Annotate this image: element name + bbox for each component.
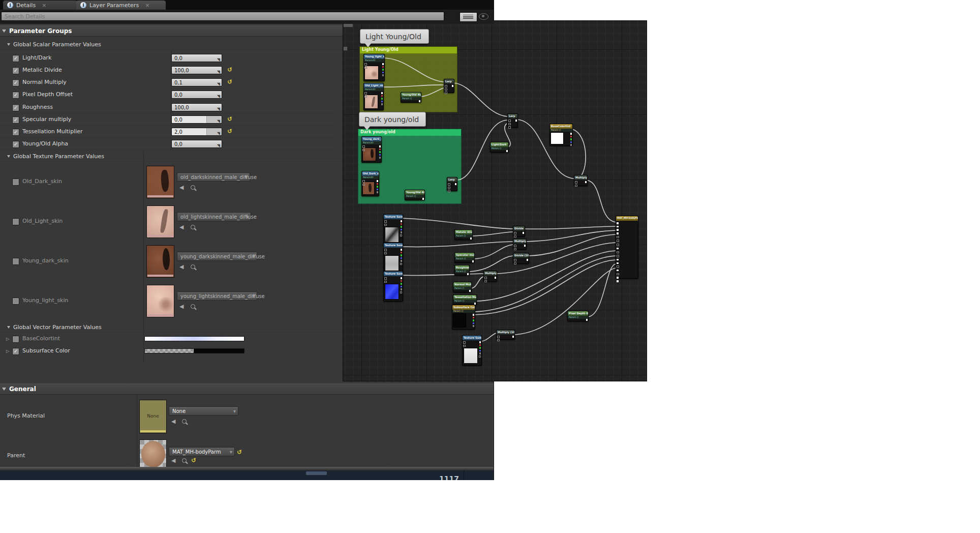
node-texture-sample[interactable]: Texture Sample — [383, 243, 403, 273]
output-pin-r[interactable] — [381, 95, 383, 97]
output-pin[interactable] — [400, 291, 403, 294]
input-pin[interactable] — [617, 244, 619, 246]
view-options-eye-icon[interactable] — [479, 13, 488, 20]
spinner-icon[interactable]: ◥ — [217, 56, 220, 64]
input-pin[interactable] — [617, 273, 619, 276]
spinner-icon[interactable]: ◥ — [217, 93, 220, 100]
input-pin-connected[interactable] — [617, 270, 619, 272]
output-pin-r[interactable] — [401, 252, 403, 254]
input-pin[interactable] — [508, 120, 511, 122]
value-field[interactable]: 2,0◥ — [171, 128, 222, 136]
output-pin-a[interactable] — [401, 231, 403, 233]
comment-title[interactable]: Light Young/Old — [360, 47, 457, 53]
output-pin-g[interactable] — [401, 226, 403, 228]
value-field[interactable]: 100,0◥ — [171, 103, 222, 111]
output-pin-a[interactable] — [377, 191, 379, 193]
input-pin[interactable] — [514, 232, 516, 234]
checkbox-checked[interactable]: ✓ — [12, 104, 19, 111]
input-pin[interactable] — [445, 88, 447, 91]
node-base-color-tint[interactable]: BaseColortint Param () — [549, 124, 573, 146]
input-pin[interactable] — [364, 92, 367, 95]
checkbox-unchecked[interactable] — [12, 179, 19, 186]
output-pin[interactable] — [527, 259, 529, 261]
output-pin-a[interactable] — [381, 103, 383, 105]
checkbox-checked[interactable]: ✓ — [12, 141, 19, 148]
input-pin[interactable] — [362, 145, 365, 148]
input-pin[interactable] — [508, 123, 511, 126]
assign-arrow-icon[interactable]: ◀ — [179, 184, 183, 191]
output-pin[interactable] — [401, 277, 403, 279]
output-pin[interactable] — [479, 356, 481, 358]
node-young-light-skin[interactable]: Young_light_skin Param2D — [363, 54, 385, 81]
value-field[interactable]: 0,0◥ — [171, 140, 222, 148]
output-pin-g[interactable] — [401, 283, 403, 285]
search-input[interactable] — [1, 12, 444, 21]
input-pin[interactable] — [463, 341, 466, 344]
output-pin-a[interactable] — [479, 352, 481, 354]
browse-magnifier-icon[interactable] — [182, 458, 187, 463]
input-pin[interactable] — [448, 183, 450, 186]
node-old-dark-skin[interactable]: Old_Dark_skin Param2D — [361, 171, 379, 196]
output-pin-b[interactable] — [382, 72, 384, 74]
spinner-icon[interactable]: ◥ — [217, 80, 220, 88]
output-pin[interactable] — [585, 181, 587, 183]
output-pin-g[interactable] — [377, 186, 379, 188]
horizontal-scrollbar[interactable]: 1117 — [0, 470, 494, 480]
input-pin[interactable] — [617, 265, 619, 268]
input-pin[interactable] — [445, 92, 447, 94]
texture-thumbnail[interactable] — [146, 285, 174, 317]
texture-asset-dropdown[interactable]: young_lightskinned_male_diffuse▾ — [177, 291, 257, 301]
output-pin-r[interactable] — [382, 66, 384, 68]
checkbox-checked[interactable]: ✓ — [12, 348, 19, 355]
input-pin-connected[interactable] — [617, 229, 619, 231]
texture-thumbnail[interactable] — [146, 245, 174, 278]
input-pin[interactable] — [445, 85, 447, 87]
input-pin[interactable] — [484, 277, 487, 279]
output-pin-g[interactable] — [479, 347, 481, 349]
output-pin-g[interactable] — [401, 254, 403, 256]
output-pin[interactable] — [515, 120, 517, 122]
input-pin-connected[interactable] — [617, 280, 619, 282]
input-pin[interactable] — [463, 345, 466, 347]
input-pin-connected[interactable] — [617, 222, 619, 224]
assign-arrow-icon[interactable]: ◀ — [171, 457, 175, 464]
output-pin[interactable] — [455, 183, 457, 185]
node-normal-multiply[interactable]: Normal Multiply Param () — [453, 282, 472, 292]
output-pin[interactable] — [523, 232, 525, 234]
input-pin[interactable] — [514, 262, 516, 265]
browse-magnifier-icon[interactable] — [191, 264, 195, 269]
input-pin[interactable] — [575, 185, 577, 187]
tab-details[interactable]: i Details × — [3, 1, 77, 10]
node-multiply[interactable]: Multiply — [483, 271, 497, 282]
scrollbar-thumb[interactable] — [306, 471, 327, 475]
expander-triangle-icon[interactable]: ▷ — [6, 349, 9, 353]
output-pin[interactable] — [512, 336, 514, 338]
output-pin[interactable] — [401, 220, 403, 222]
output-pin-b[interactable] — [401, 229, 403, 231]
value-field[interactable]: 100,0◥ — [171, 66, 222, 74]
node-material-output[interactable]: MAT_MH-bodyParm — [616, 216, 638, 279]
checkbox-checked[interactable]: ✓ — [12, 67, 19, 74]
material-graph-canvas[interactable]: Light Young/Old Dark young/old — [343, 20, 647, 381]
close-icon[interactable]: × — [42, 2, 46, 9]
checkbox-checked[interactable]: ✓ — [12, 92, 19, 99]
input-pin[interactable] — [364, 63, 367, 66]
output-pin[interactable] — [467, 273, 469, 275]
spinner-icon[interactable]: ◥ — [217, 142, 220, 150]
value-field[interactable]: 0,0◥ — [171, 54, 222, 62]
output-pin-a[interactable] — [401, 288, 403, 290]
node-pixel-depth-offset[interactable]: Pixel Depth Offset Param () — [567, 311, 589, 321]
input-pin[interactable] — [575, 181, 577, 184]
property-matrix-icon[interactable] — [460, 12, 477, 22]
input-pin[interactable] — [362, 149, 365, 152]
output-pin-a[interactable] — [379, 157, 381, 159]
node-specular-multiply[interactable]: Specular multiply Param () — [454, 252, 475, 263]
browse-magnifier-icon[interactable] — [191, 225, 195, 229]
output-pin-g[interactable] — [379, 151, 381, 153]
input-pin-connected[interactable] — [617, 232, 619, 234]
input-pin[interactable] — [514, 245, 516, 247]
output-pin[interactable] — [419, 100, 421, 102]
node-multiply[interactable]: Multiply — [513, 239, 527, 250]
assign-arrow-icon[interactable]: ◀ — [179, 303, 183, 310]
texture-thumbnail[interactable] — [146, 205, 174, 238]
